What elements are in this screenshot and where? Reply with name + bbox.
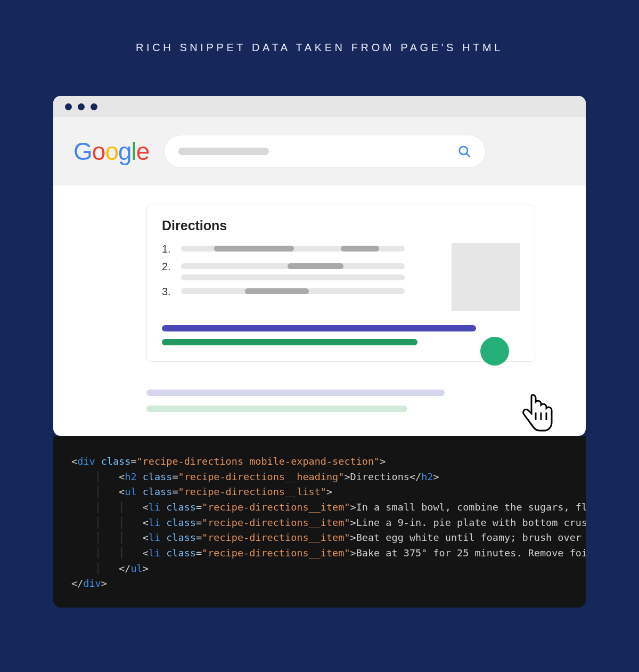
logo-letter: e (136, 137, 150, 166)
page-title: RICH SNIPPET DATA TAKEN FROM PAGE'S HTML (0, 0, 639, 54)
search-placeholder (178, 148, 269, 155)
code-block: <div class="recipe-directions mobile-exp… (71, 454, 586, 592)
logo-letter: l (132, 137, 136, 166)
list-item: 3. (162, 286, 439, 298)
traffic-light-close[interactable] (65, 103, 72, 110)
search-results: Directions 1. 2. (53, 185, 586, 412)
directions-list: 1. 2. 3. (162, 243, 439, 311)
code-panel: <div class="recipe-directions mobile-exp… (53, 436, 586, 608)
search-header: G o o g l e (53, 117, 586, 185)
snippet-image-placeholder (452, 243, 520, 311)
traffic-light-minimize[interactable] (78, 103, 85, 110)
logo-letter: G (73, 137, 92, 166)
google-logo: G o o g l e (73, 137, 149, 166)
snippet-link-area (162, 325, 520, 345)
expand-button[interactable] (480, 337, 509, 366)
list-item: 1. (162, 243, 439, 255)
logo-letter: o (105, 137, 118, 166)
result-title-bar[interactable] (146, 390, 445, 396)
browser-window: G o o g l e Directions 1. (53, 96, 586, 436)
search-icon[interactable] (457, 144, 471, 158)
step-number: 1. (162, 243, 174, 255)
search-input[interactable] (164, 135, 486, 168)
list-item: 2. (162, 261, 439, 280)
result-title-bar[interactable] (162, 325, 476, 331)
pointer-cursor-icon (518, 394, 555, 436)
step-number: 2. (162, 261, 174, 273)
window-titlebar (53, 96, 586, 117)
result-url-bar[interactable] (162, 339, 417, 345)
result-url-bar[interactable] (146, 406, 407, 412)
step-number: 3. (162, 286, 174, 298)
logo-letter: o (92, 137, 105, 166)
svg-line-1 (467, 153, 470, 156)
snippet-heading: Directions (162, 218, 520, 233)
logo-letter: g (118, 137, 132, 166)
traffic-light-zoom[interactable] (91, 103, 97, 110)
featured-snippet-card: Directions 1. 2. (146, 205, 535, 362)
